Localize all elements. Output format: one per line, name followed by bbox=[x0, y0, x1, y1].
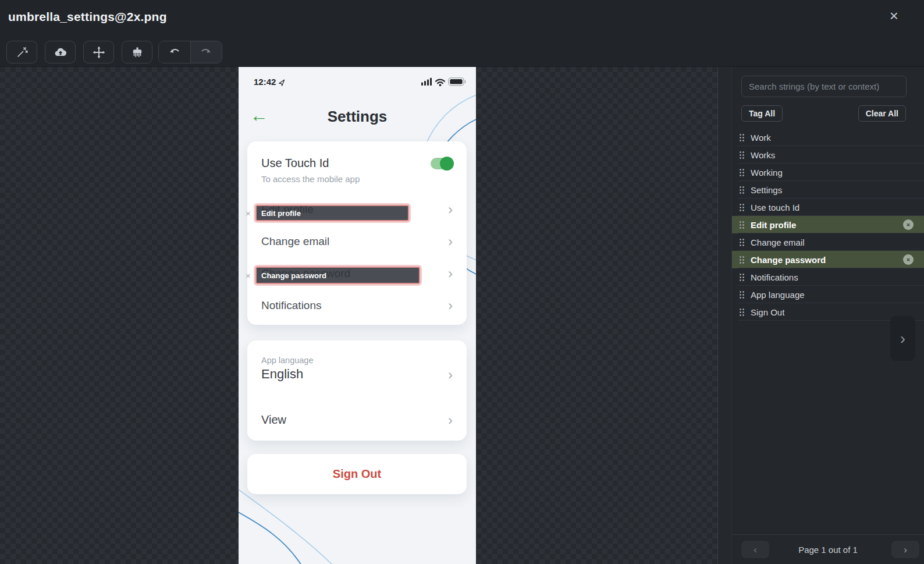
upload-button[interactable] bbox=[45, 41, 76, 63]
string-row[interactable]: Settings × bbox=[732, 181, 924, 198]
untag-icon[interactable]: × bbox=[903, 219, 914, 230]
move-icon bbox=[93, 46, 105, 59]
string-row[interactable]: Change email × bbox=[732, 233, 924, 251]
menu-row-notifications[interactable]: Notifications › bbox=[261, 289, 453, 321]
string-label: Use touch Id bbox=[751, 203, 799, 212]
chevron-right-icon: › bbox=[448, 299, 453, 313]
brush-button[interactable] bbox=[122, 41, 152, 63]
phone-screenshot: 12:42 ← Settings Use Touch Id To access … bbox=[239, 67, 476, 564]
string-label: App language bbox=[751, 290, 805, 300]
string-label: Notifications bbox=[751, 272, 798, 282]
chevron-right-icon: › bbox=[448, 235, 453, 249]
drag-handle-icon[interactable] bbox=[739, 221, 745, 229]
use-touch-id-label: Use Touch Id bbox=[261, 157, 329, 170]
string-label: Edit profile bbox=[751, 220, 796, 230]
chevron-right-icon: › bbox=[900, 331, 905, 347]
string-label: Sign Out bbox=[751, 307, 784, 317]
string-label: Works bbox=[751, 150, 775, 160]
redo-button[interactable] bbox=[190, 41, 222, 63]
redo-icon bbox=[200, 45, 212, 59]
magic-wand-button[interactable] bbox=[6, 41, 37, 63]
use-touch-id-subtitle: To access the mobile app bbox=[261, 174, 453, 184]
drag-handle-icon[interactable] bbox=[739, 168, 745, 177]
magic-wand-icon bbox=[16, 46, 29, 59]
drag-handle-icon[interactable] bbox=[739, 290, 745, 299]
next-page-button[interactable]: › bbox=[891, 541, 919, 558]
tag-all-button[interactable]: Tag All bbox=[741, 105, 783, 122]
undo-icon bbox=[168, 45, 181, 59]
string-label: Work bbox=[751, 133, 771, 143]
tag-overlay-edit-profile[interactable]: × Edit profile bbox=[255, 205, 409, 221]
touch-id-toggle[interactable] bbox=[431, 158, 453, 169]
phone-screen-title: Settings bbox=[239, 108, 476, 126]
string-row[interactable]: Notifications × bbox=[732, 268, 924, 286]
status-icons bbox=[421, 77, 467, 89]
file-title: umbrella_settings@2x.png bbox=[8, 10, 167, 24]
remove-tag-icon[interactable]: × bbox=[246, 271, 251, 281]
menu-label: Notifications bbox=[261, 299, 322, 312]
drag-handle-icon[interactable] bbox=[739, 256, 745, 264]
clear-all-button[interactable]: Clear All bbox=[858, 105, 906, 122]
drag-handle-icon[interactable] bbox=[739, 238, 745, 247]
string-row[interactable]: Use touch Id × bbox=[732, 198, 924, 216]
app-language-value: English bbox=[261, 367, 303, 382]
drag-handle-icon[interactable] bbox=[739, 186, 745, 194]
string-row[interactable]: Work × bbox=[732, 129, 924, 146]
undo-redo-group bbox=[158, 41, 222, 63]
string-label: Working bbox=[751, 168, 783, 178]
string-label: Change email bbox=[751, 237, 805, 247]
toolbar: Filter strings: /Umbrella.csv ▼ Strings … bbox=[0, 36, 924, 67]
app-window: umbrella_settings@2x.png × Filter string… bbox=[0, 0, 924, 564]
sign-out-card[interactable]: Sign Out bbox=[247, 454, 467, 494]
drag-handle-icon[interactable] bbox=[739, 133, 745, 142]
string-label: Settings bbox=[751, 185, 782, 195]
use-touch-id-row: Use Touch Id bbox=[261, 141, 453, 170]
close-icon[interactable]: × bbox=[890, 8, 898, 23]
undo-button[interactable] bbox=[159, 41, 190, 63]
status-time: 12:42 bbox=[254, 77, 276, 87]
cloud-upload-icon bbox=[54, 46, 67, 59]
drag-handle-icon[interactable] bbox=[739, 308, 745, 317]
string-row[interactable]: Working × bbox=[732, 164, 924, 181]
chevron-right-icon[interactable]: › bbox=[448, 413, 453, 427]
drag-handle-icon[interactable] bbox=[739, 203, 745, 212]
search-input[interactable] bbox=[741, 76, 907, 97]
untag-icon[interactable]: × bbox=[903, 254, 914, 265]
brush-icon bbox=[131, 46, 144, 59]
view-row-label: View bbox=[261, 413, 286, 427]
title-bar: umbrella_settings@2x.png × bbox=[0, 0, 924, 36]
chevron-right-icon[interactable]: › bbox=[448, 368, 453, 382]
menu-label: Change email bbox=[261, 235, 329, 248]
collapse-panel-button[interactable]: › bbox=[890, 316, 915, 361]
menu-row-change-email[interactable]: Change email › bbox=[261, 225, 453, 257]
drag-handle-icon[interactable] bbox=[739, 151, 745, 159]
tag-overlay-change-password[interactable]: × Change password bbox=[255, 267, 420, 284]
chevron-right-icon: › bbox=[448, 267, 453, 281]
settings-card: Use Touch Id To access the mobile app Ed… bbox=[247, 141, 467, 325]
move-button[interactable] bbox=[83, 41, 114, 63]
canvas-gutter bbox=[717, 67, 731, 564]
remove-tag-icon[interactable]: × bbox=[246, 208, 251, 218]
app-language-label: App language bbox=[261, 356, 314, 365]
string-row[interactable]: Change password × bbox=[732, 251, 924, 268]
language-card: App language English › View › bbox=[247, 340, 467, 441]
string-label: Change password bbox=[751, 255, 826, 265]
sign-out-label: Sign Out bbox=[333, 467, 381, 481]
string-row[interactable]: Works × bbox=[732, 146, 924, 164]
drag-handle-icon[interactable] bbox=[739, 273, 745, 282]
location-arrow-icon bbox=[278, 78, 285, 88]
strings-list: Work × Works × Working × Settings × Use … bbox=[732, 129, 924, 321]
string-row[interactable]: Edit profile × bbox=[732, 216, 924, 233]
chevron-right-icon: › bbox=[448, 203, 453, 217]
strings-sidebar: Tag All Clear All Work × Works × Working… bbox=[731, 67, 924, 564]
string-row[interactable]: App language × bbox=[732, 286, 924, 303]
toggle-knob bbox=[440, 157, 454, 171]
tag-overlay-text: Change password bbox=[261, 271, 326, 280]
pagination-footer: ‹ Page 1 out of 1 › bbox=[732, 534, 924, 564]
tag-overlay-text: Edit profile bbox=[261, 209, 301, 218]
